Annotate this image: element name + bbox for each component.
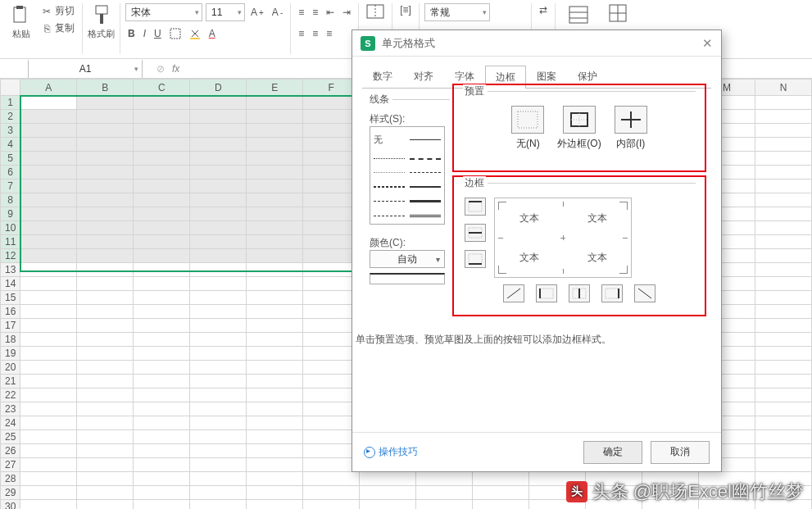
cell[interactable] <box>20 444 77 458</box>
tab-number[interactable]: 数字 <box>362 65 403 88</box>
cell[interactable] <box>755 193 811 207</box>
cell[interactable] <box>20 416 77 430</box>
cell[interactable] <box>473 486 529 500</box>
line-style-list[interactable]: 无 <box>370 126 445 225</box>
cell[interactable] <box>190 207 247 221</box>
cell[interactable] <box>247 361 303 375</box>
cell[interactable] <box>77 458 134 472</box>
cell[interactable] <box>247 291 303 305</box>
align-right-icon[interactable]: ≡ <box>324 27 334 40</box>
cell[interactable] <box>247 389 303 402</box>
cell[interactable] <box>134 500 190 510</box>
cell[interactable] <box>134 472 190 486</box>
cell[interactable] <box>190 166 247 180</box>
bold-button[interactable]: B <box>125 27 138 40</box>
align-mid-icon[interactable]: ≡ <box>310 6 320 19</box>
row-header[interactable]: 17 <box>1 319 20 333</box>
cell[interactable] <box>20 263 77 277</box>
cell[interactable] <box>190 96 247 110</box>
cancel-button[interactable]: 取消 <box>651 441 710 464</box>
cell[interactable] <box>20 235 77 249</box>
row-header[interactable]: 16 <box>1 305 20 319</box>
cell[interactable] <box>77 347 134 361</box>
select-all-corner[interactable] <box>1 80 20 96</box>
cell[interactable] <box>247 305 303 319</box>
cell[interactable] <box>20 402 77 416</box>
cell[interactable] <box>134 138 190 152</box>
cell[interactable] <box>134 235 190 249</box>
col-header[interactable]: A <box>20 80 77 96</box>
preset-outline-button[interactable] <box>563 106 596 134</box>
cell[interactable] <box>77 263 134 277</box>
name-box[interactable]: A1 <box>28 60 143 78</box>
cell[interactable] <box>20 333 77 347</box>
cell[interactable] <box>20 221 77 235</box>
cell[interactable] <box>190 361 247 375</box>
cell[interactable] <box>247 472 303 486</box>
cell[interactable] <box>755 389 811 402</box>
cell[interactable] <box>77 444 134 458</box>
paste-icon[interactable] <box>10 3 33 26</box>
cell[interactable] <box>77 291 134 305</box>
row-header[interactable]: 19 <box>1 347 20 361</box>
cell[interactable] <box>247 444 303 458</box>
row-header[interactable]: 10 <box>1 221 20 235</box>
cell[interactable] <box>134 291 190 305</box>
cell[interactable] <box>190 500 247 510</box>
cell[interactable] <box>755 96 811 110</box>
row-header[interactable]: 6 <box>1 166 20 180</box>
cell[interactable] <box>134 458 190 472</box>
cell[interactable] <box>247 235 303 249</box>
row-header[interactable]: 13 <box>1 263 20 277</box>
row-header[interactable]: 24 <box>1 416 20 430</box>
cell[interactable] <box>134 402 190 416</box>
line-style-opt[interactable] <box>410 172 441 173</box>
cell[interactable] <box>190 444 247 458</box>
cell[interactable] <box>77 319 134 333</box>
cell[interactable] <box>134 444 190 458</box>
cell[interactable] <box>134 319 190 333</box>
cell[interactable] <box>473 500 529 510</box>
cell[interactable] <box>134 166 190 180</box>
font-size-select[interactable]: 11 <box>206 3 245 21</box>
cell[interactable] <box>190 472 247 486</box>
format-painter-icon[interactable] <box>90 3 113 26</box>
line-style-opt[interactable] <box>374 201 405 202</box>
row-header[interactable]: 23 <box>1 402 20 416</box>
cell[interactable] <box>755 277 811 291</box>
row-header[interactable]: 2 <box>1 110 20 124</box>
cell[interactable] <box>247 221 303 235</box>
cell[interactable] <box>20 291 77 305</box>
cell[interactable] <box>755 138 811 152</box>
cell[interactable] <box>77 277 134 291</box>
cell[interactable] <box>755 361 811 375</box>
cell[interactable] <box>755 263 811 277</box>
cell[interactable] <box>77 180 134 193</box>
cell[interactable] <box>77 305 134 319</box>
dialog-titlebar[interactable]: S 单元格格式 ✕ <box>352 30 721 57</box>
cell[interactable] <box>134 347 190 361</box>
cell[interactable] <box>77 124 134 138</box>
cell[interactable] <box>77 416 134 430</box>
cell[interactable] <box>134 263 190 277</box>
cell[interactable] <box>247 333 303 347</box>
row-header[interactable]: 9 <box>1 207 20 221</box>
cell[interactable] <box>20 458 77 472</box>
cell[interactable] <box>20 389 77 402</box>
cell[interactable] <box>247 152 303 166</box>
cell[interactable] <box>190 333 247 347</box>
cell[interactable] <box>77 402 134 416</box>
cell[interactable] <box>134 333 190 347</box>
cell[interactable] <box>247 277 303 291</box>
cell[interactable] <box>20 486 77 500</box>
cell[interactable] <box>190 235 247 249</box>
cell[interactable] <box>134 486 190 500</box>
row-header[interactable]: 12 <box>1 249 20 263</box>
line-style-opt[interactable] <box>374 158 405 159</box>
cell[interactable] <box>247 402 303 416</box>
cell[interactable] <box>755 305 811 319</box>
cell[interactable] <box>20 138 77 152</box>
row-header[interactable]: 11 <box>1 235 20 249</box>
font-name-select[interactable]: 宋体 <box>125 3 202 21</box>
cell[interactable] <box>755 110 811 124</box>
